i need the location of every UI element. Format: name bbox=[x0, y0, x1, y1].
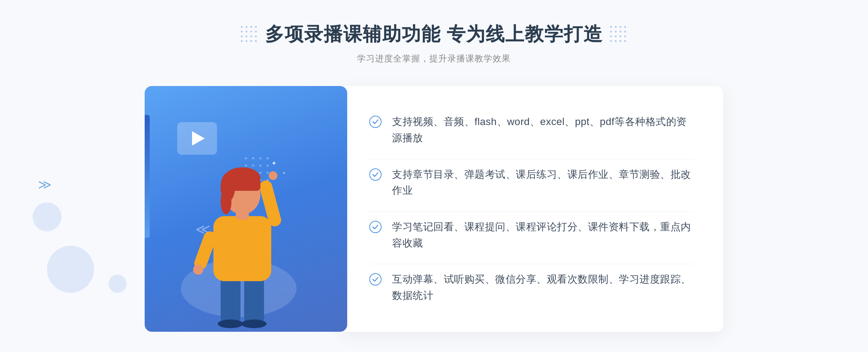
feature-item-4: 互动弹幕、试听购买、微信分享、观看次数限制、学习进度跟踪、数据统计 bbox=[369, 264, 694, 311]
svg-point-7 bbox=[267, 164, 269, 167]
svg-point-3 bbox=[267, 157, 269, 159]
svg-point-1 bbox=[252, 157, 254, 159]
features-panel: 支持视频、音频、flash、word、excel、ppt、pdf等各种格式的资源… bbox=[340, 86, 723, 332]
check-icon-4 bbox=[369, 273, 382, 286]
svg-point-30 bbox=[221, 189, 231, 214]
svg-point-37 bbox=[370, 221, 381, 233]
svg-point-2 bbox=[259, 157, 261, 159]
content-area: ≪ bbox=[145, 86, 723, 332]
svg-point-5 bbox=[252, 164, 254, 167]
title-dots-left bbox=[241, 26, 258, 43]
svg-rect-18 bbox=[221, 274, 241, 325]
main-title: 多项录播课辅助功能 专为线上教学打造 bbox=[265, 22, 603, 47]
svg-text:✦: ✦ bbox=[282, 171, 286, 176]
decorative-circle-1 bbox=[47, 246, 94, 293]
svg-point-10 bbox=[259, 172, 261, 174]
svg-point-20 bbox=[218, 319, 243, 328]
header-section: 多项录播课辅助功能 专为线上教学打造 学习进度全掌握，提升录播课教学效果 bbox=[241, 22, 627, 64]
svg-point-35 bbox=[370, 116, 381, 128]
blue-accent-bar bbox=[145, 115, 150, 238]
feature-text-1: 支持视频、音频、flash、word、excel、ppt、pdf等各种格式的资源… bbox=[392, 114, 694, 146]
chevron-left-icon: ≫ bbox=[38, 177, 52, 192]
page-container: ≫ 多项录播课辅助功能 专为线上教学打造 学习进度全掌握，提升录播课教学效果 bbox=[0, 0, 868, 352]
subtitle: 学习进度全掌握，提升录播课教学效果 bbox=[241, 53, 627, 64]
decorative-circle-2 bbox=[33, 202, 61, 231]
svg-point-31 bbox=[269, 171, 277, 180]
svg-rect-19 bbox=[244, 274, 264, 325]
illustration-card: ≪ bbox=[145, 86, 347, 332]
feature-item-1: 支持视频、音频、flash、word、excel、ppt、pdf等各种格式的资源… bbox=[369, 107, 694, 154]
svg-rect-29 bbox=[224, 176, 260, 191]
decorative-circle-3 bbox=[109, 275, 127, 293]
svg-point-21 bbox=[241, 319, 267, 328]
svg-point-32 bbox=[193, 265, 203, 275]
svg-point-6 bbox=[259, 164, 261, 167]
check-icon-2 bbox=[369, 168, 382, 181]
feature-text-4: 互动弹幕、试听购买、微信分享、观看次数限制、学习进度跟踪、数据统计 bbox=[392, 271, 694, 304]
check-icon-3 bbox=[369, 220, 382, 233]
feature-item-2: 支持章节目录、弹题考试、课后练习、课后作业、章节测验、批改作业 bbox=[369, 159, 694, 206]
svg-rect-22 bbox=[213, 216, 271, 281]
feature-text-2: 支持章节目录、弹题考试、课后练习、课后作业、章节测验、批改作业 bbox=[392, 167, 694, 199]
svg-point-38 bbox=[370, 274, 381, 285]
svg-point-11 bbox=[267, 172, 269, 174]
check-icon-1 bbox=[369, 115, 382, 128]
title-dots-right bbox=[610, 26, 627, 43]
feature-text-3: 学习笔记回看、课程提问、课程评论打分、课件资料下载，重点内容收藏 bbox=[392, 219, 694, 252]
svg-text:✦: ✦ bbox=[271, 160, 277, 167]
svg-point-0 bbox=[245, 157, 247, 159]
feature-item-3: 学习笔记回看、课程提问、课程评论打分、课件资料下载，重点内容收藏 bbox=[369, 211, 694, 259]
title-row: 多项录播课辅助功能 专为线上教学打造 bbox=[241, 22, 627, 47]
person-illustration: ≪ bbox=[166, 122, 326, 332]
svg-point-36 bbox=[370, 169, 381, 180]
svg-point-4 bbox=[245, 164, 247, 167]
